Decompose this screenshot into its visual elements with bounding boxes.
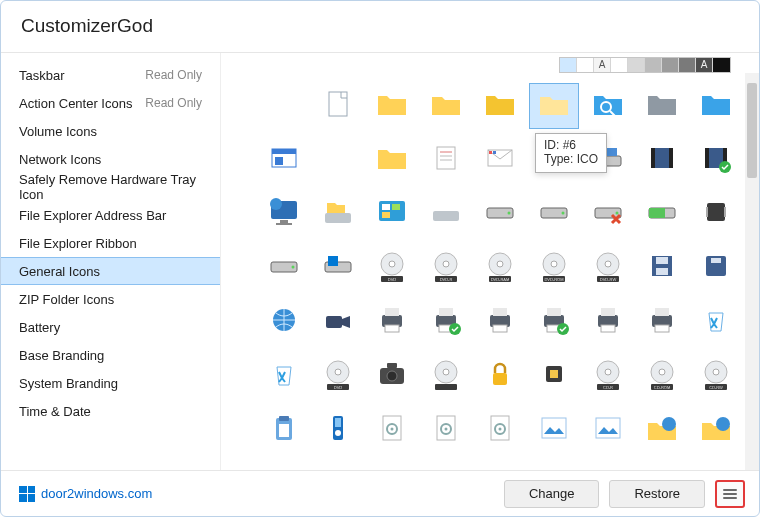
grid-cell[interactable]: [475, 299, 525, 345]
grid-cell[interactable]: [691, 83, 741, 129]
grid-cell[interactable]: [583, 299, 633, 345]
grid-cell[interactable]: [691, 245, 741, 291]
grid-cell[interactable]: [259, 353, 309, 399]
grid-cell-empty: [259, 83, 309, 129]
grid-cell[interactable]: [529, 191, 579, 237]
grid-cell[interactable]: [475, 137, 525, 183]
grid-cell[interactable]: [691, 299, 741, 345]
view-swatch[interactable]: A: [594, 58, 611, 72]
grid-cell[interactable]: CD-ROM: [637, 353, 687, 399]
grid-cell[interactable]: [367, 407, 417, 453]
grid-cell[interactable]: CD-R: [583, 353, 633, 399]
svg-rect-29: [392, 204, 400, 210]
sidebar-item[interactable]: File Explorer Address Bar: [1, 201, 220, 229]
view-swatch[interactable]: [560, 58, 577, 72]
grid-cell[interactable]: [475, 83, 525, 129]
grid-cell[interactable]: [421, 137, 471, 183]
grid-cell[interactable]: [529, 299, 579, 345]
body: TaskbarRead OnlyAction Center IconsRead …: [1, 53, 759, 470]
sidebar-item[interactable]: ZIP Folder Icons: [1, 285, 220, 313]
sidebar-item[interactable]: Volume Icons: [1, 117, 220, 145]
grid-cell[interactable]: [367, 191, 417, 237]
grid-cell[interactable]: [421, 83, 471, 129]
sidebar-item[interactable]: System Branding: [1, 369, 220, 397]
grid-cell[interactable]: [637, 83, 687, 129]
grid-cell[interactable]: DVD-RW: [583, 245, 633, 291]
grid-cell[interactable]: [421, 353, 471, 399]
grid-cell[interactable]: DVD: [367, 245, 417, 291]
grid-cell[interactable]: [259, 245, 309, 291]
grid-cell[interactable]: [475, 191, 525, 237]
grid-cell[interactable]: [475, 353, 525, 399]
sidebar-item[interactable]: TaskbarRead Only: [1, 61, 220, 89]
grid-cell[interactable]: [367, 353, 417, 399]
grid-cell[interactable]: [583, 83, 633, 129]
grid-cell[interactable]: [583, 191, 633, 237]
view-swatch[interactable]: [662, 58, 679, 72]
scroll-thumb[interactable]: [747, 83, 757, 178]
grid-cell[interactable]: DVD-RAM: [475, 245, 525, 291]
grid-cell[interactable]: DVD-R: [421, 245, 471, 291]
grid-cell[interactable]: [367, 299, 417, 345]
menu-button[interactable]: [715, 480, 745, 508]
grid-cell[interactable]: [313, 407, 363, 453]
sidebar-item[interactable]: Base Branding: [1, 341, 220, 369]
view-swatch[interactable]: [645, 58, 662, 72]
grid-cell[interactable]: [529, 407, 579, 453]
grid-cell[interactable]: [259, 191, 309, 237]
grid-cell[interactable]: [367, 83, 417, 129]
view-swatch[interactable]: [577, 58, 594, 72]
grid-cell[interactable]: [475, 407, 525, 453]
view-swatch[interactable]: [628, 58, 645, 72]
clipboard-icon: [267, 411, 301, 449]
sidebar-item[interactable]: Time & Date: [1, 397, 220, 425]
grid-cell[interactable]: [691, 407, 741, 453]
grid-cell[interactable]: DVD: [313, 353, 363, 399]
grid-cell[interactable]: [421, 191, 471, 237]
drive-x-icon: [591, 195, 625, 233]
svg-rect-78: [439, 308, 453, 316]
grid-cell[interactable]: [259, 407, 309, 453]
scrollbar[interactable]: [745, 73, 759, 470]
restore-button[interactable]: Restore: [609, 480, 705, 508]
sidebar-item[interactable]: Action Center IconsRead Only: [1, 89, 220, 117]
sidebar-item[interactable]: General Icons: [1, 257, 220, 285]
view-swatch[interactable]: [679, 58, 696, 72]
grid-cell[interactable]: [529, 83, 579, 129]
sidebar-item-label: ZIP Folder Icons: [19, 292, 114, 307]
grid-cell[interactable]: [313, 83, 363, 129]
grid-cell[interactable]: [313, 245, 363, 291]
grid-cell[interactable]: [259, 299, 309, 345]
grid-cell[interactable]: [637, 137, 687, 183]
view-swatch[interactable]: [611, 58, 628, 72]
grid-cell[interactable]: [637, 191, 687, 237]
grid-cell[interactable]: [421, 407, 471, 453]
grid-cell[interactable]: [691, 191, 741, 237]
sidebar-item[interactable]: File Explorer Ribbon: [1, 229, 220, 257]
change-button[interactable]: Change: [504, 480, 600, 508]
vendor-link[interactable]: door2windows.com: [19, 486, 152, 502]
grid-cell[interactable]: [367, 137, 417, 183]
view-swatch[interactable]: [713, 58, 730, 72]
grid-cell[interactable]: [637, 245, 687, 291]
grid-cell[interactable]: DVD-ROM: [529, 245, 579, 291]
svg-point-136: [662, 417, 676, 431]
printer-ok-icon: [429, 303, 463, 341]
grid-cell[interactable]: [637, 407, 687, 453]
grid-cell[interactable]: [691, 137, 741, 183]
drive-folder-icon: [321, 195, 355, 233]
sidebar-item-label: File Explorer Address Bar: [19, 208, 166, 223]
grid-cell[interactable]: [529, 353, 579, 399]
sidebar-item[interactable]: Safely Remove Hardware Tray Icon: [1, 173, 220, 201]
grid-cell[interactable]: [583, 407, 633, 453]
grid-cell[interactable]: [259, 137, 309, 183]
sidebar-item[interactable]: Battery: [1, 313, 220, 341]
grid-cell[interactable]: [313, 191, 363, 237]
grid-cell[interactable]: [637, 299, 687, 345]
sidebar-item[interactable]: Network Icons: [1, 145, 220, 173]
grid-cell[interactable]: [421, 299, 471, 345]
view-swatches[interactable]: AA: [559, 57, 731, 73]
grid-cell[interactable]: [313, 299, 363, 345]
view-swatch[interactable]: A: [696, 58, 713, 72]
grid-cell[interactable]: CD-RW: [691, 353, 741, 399]
